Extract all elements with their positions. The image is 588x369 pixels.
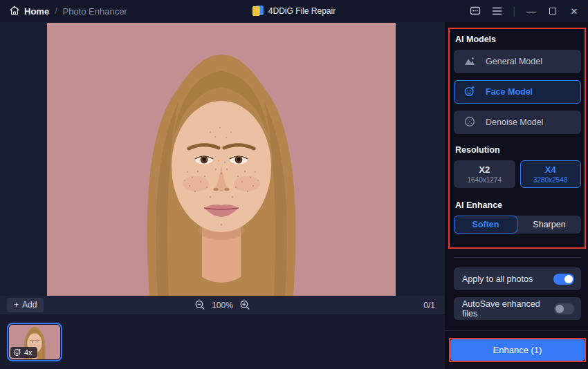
autosave-toggle[interactable] xyxy=(554,303,574,314)
zoom-level: 100% xyxy=(212,301,233,310)
breadcrumb-page-label: Photo Enhancer xyxy=(62,6,127,17)
titlebar: Home / Photo Enhancer 4DDiG File Repair … xyxy=(0,0,588,22)
ai-enhance-heading: AI Enhance xyxy=(455,200,581,210)
resolution-x2-button[interactable]: X2 1640x1274 xyxy=(454,160,515,188)
resolution-size: 1640x1274 xyxy=(468,176,502,184)
feedback-icon[interactable] xyxy=(470,6,481,17)
breadcrumb-separator: / xyxy=(55,6,57,16)
model-button-label: Face Model xyxy=(486,87,533,97)
filmstrip: 4x xyxy=(0,314,445,369)
window-controls-separator: | xyxy=(513,6,515,17)
face-model-icon xyxy=(464,86,475,99)
add-button[interactable]: + Add xyxy=(7,298,44,312)
close-button[interactable]: ✕ xyxy=(569,6,580,17)
ai-enhance-segmented-control: Soften Sharpen xyxy=(454,216,581,234)
breadcrumb: Home / Photo Enhancer xyxy=(0,6,127,17)
ai-models-heading: AI Models xyxy=(455,35,581,44)
home-icon xyxy=(10,6,19,17)
app-title: 4DDiG File Repair xyxy=(252,6,336,17)
model-button-face[interactable]: Face Model xyxy=(454,80,581,104)
settings-sidebar: AI Models General Model Face Model Denoi… xyxy=(445,22,588,369)
toggle-knob xyxy=(555,305,564,313)
model-button-label: Denoise Model xyxy=(486,117,543,127)
highlighted-enhance-box: Enhance (1) xyxy=(449,338,586,362)
apply-all-panel: Apply to all photos xyxy=(454,267,581,290)
zoom-in-icon[interactable] xyxy=(240,300,250,310)
photo-preview xyxy=(47,23,396,296)
autosave-panel: AutoSave enhanced files xyxy=(454,297,581,320)
app-logo-icon xyxy=(252,6,264,17)
viewer-toolbar: + Add 100% 0/1 xyxy=(0,296,445,314)
home-label: Home xyxy=(24,6,49,17)
app-title-label: 4DDiG File Repair xyxy=(268,6,336,16)
image-model-icon xyxy=(464,56,475,68)
autosave-label: AutoSave enhanced files xyxy=(462,299,554,319)
enhanced-counter: 0/1 xyxy=(423,301,435,310)
menu-icon[interactable] xyxy=(491,6,502,17)
resolution-heading: Resolution xyxy=(455,145,581,155)
add-button-label: Add xyxy=(22,300,37,310)
resolution-options: X2 1640x1274 X4 3280x2548 xyxy=(454,160,581,188)
model-button-label: General Model xyxy=(486,57,542,66)
highlighted-settings-box: AI Models General Model Face Model Denoi… xyxy=(448,28,586,249)
toggle-knob xyxy=(564,275,573,283)
home-button[interactable]: Home xyxy=(10,6,49,17)
resolution-label: X2 xyxy=(479,164,490,175)
viewer-area: + Add 100% 0/1 4x xyxy=(0,22,445,369)
soften-option[interactable]: Soften xyxy=(454,216,517,234)
denoise-model-icon xyxy=(464,116,475,129)
scale-badge: 4x xyxy=(10,347,37,358)
resolution-size: 3280x2548 xyxy=(533,176,568,184)
zoom-out-icon[interactable] xyxy=(194,300,205,310)
enhance-button[interactable]: Enhance (1) xyxy=(450,339,585,361)
model-button-denoise[interactable]: Denoise Model xyxy=(454,111,581,134)
photo-thumbnail[interactable]: 4x xyxy=(7,323,62,361)
model-button-general[interactable]: General Model xyxy=(454,50,581,73)
apply-all-toggle[interactable] xyxy=(553,274,574,285)
minimize-button[interactable]: — xyxy=(526,6,537,17)
sidebar-divider xyxy=(454,257,581,258)
maximize-button[interactable] xyxy=(547,6,558,17)
face-badge-icon xyxy=(13,348,21,357)
sidebar-bottom-seam xyxy=(445,330,588,331)
resolution-x4-button[interactable]: X4 3280x2548 xyxy=(520,160,582,188)
zoom-controls: 100% xyxy=(194,300,250,310)
sharpen-option[interactable]: Sharpen xyxy=(517,216,581,234)
scale-badge-label: 4x xyxy=(24,348,33,357)
resolution-label: X4 xyxy=(545,164,556,175)
window-controls: | — ✕ xyxy=(470,0,580,22)
apply-all-label: Apply to all photos xyxy=(462,274,533,284)
plus-icon: + xyxy=(14,300,19,310)
